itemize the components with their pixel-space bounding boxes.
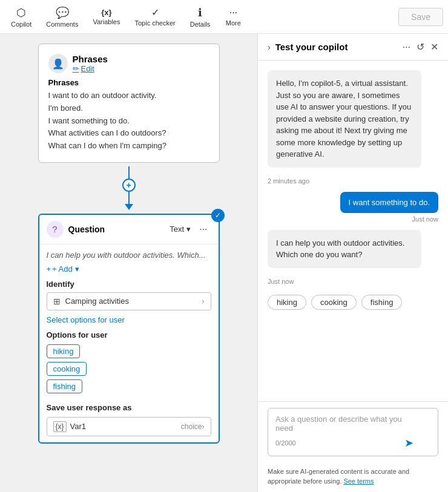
comments-icon: 💬 bbox=[56, 6, 69, 19]
phrases-icon: 👤 bbox=[48, 54, 68, 73]
phrase-line-3: I want something to do. bbox=[48, 115, 209, 128]
save-row-chevron-icon: › bbox=[202, 422, 205, 431]
options-tags: hiking cooking fishing bbox=[47, 344, 211, 397]
chat-input-footer: 0/2000 ➤ bbox=[275, 436, 413, 450]
toolbar-comments-label: Comments bbox=[46, 21, 78, 28]
phrases-edit-link[interactable]: ✏ Edit bbox=[73, 64, 108, 73]
char-count: 0/2000 bbox=[275, 439, 296, 447]
phrases-list: I want to do an outdoor activity. I'm bo… bbox=[48, 90, 209, 153]
topic-checker-icon: ✓ bbox=[151, 7, 159, 18]
chat-input-area: Ask a question or describe what you need… bbox=[258, 401, 448, 462]
phrases-card-title: Phrases bbox=[73, 54, 108, 64]
save-button[interactable]: Save bbox=[398, 8, 443, 26]
back-arrow-icon[interactable]: › bbox=[268, 42, 271, 52]
type-label: Text bbox=[170, 225, 184, 234]
bot-reply-message: I can help you with outdoor activities. … bbox=[268, 230, 421, 268]
bot-reply-time: Just now bbox=[268, 278, 438, 285]
toolbar-more[interactable]: ··· More bbox=[219, 4, 248, 30]
add-node-button[interactable]: + bbox=[122, 179, 136, 192]
right-panel-header: › Test your copilot ··· ↺ ✕ bbox=[258, 34, 448, 61]
option-hiking[interactable]: hiking bbox=[47, 344, 81, 358]
option-btn-cooking[interactable]: cooking bbox=[311, 295, 357, 310]
var-type: choice bbox=[181, 422, 202, 431]
option-cooking[interactable]: cooking bbox=[47, 362, 87, 376]
option-btn-fishing[interactable]: fishing bbox=[361, 295, 403, 310]
chat-area: Hello, I'm copilot-5, a virtual assistan… bbox=[258, 61, 448, 401]
phrase-line-1: I want to do an outdoor activity. bbox=[48, 90, 209, 102]
left-panel: 👤 Phrases ✏ Edit Phrases I want to do an… bbox=[0, 34, 257, 492]
more-options-button[interactable]: ··· bbox=[403, 41, 410, 53]
identify-row[interactable]: ⊞ Camping activities › bbox=[47, 292, 211, 310]
option-fishing[interactable]: fishing bbox=[47, 379, 83, 393]
toolbar-comments[interactable]: 💬 Comments bbox=[40, 2, 84, 31]
save-response-row[interactable]: {x} Var1 choice › bbox=[47, 417, 211, 436]
phrases-card: 👤 Phrases ✏ Edit Phrases I want to do an… bbox=[38, 44, 220, 163]
toolbar-details[interactable]: ℹ Details bbox=[184, 2, 217, 31]
table-icon: ⊞ bbox=[53, 297, 61, 306]
toolbar-topic-checker-label: Topic checker bbox=[134, 19, 175, 27]
check-icon: ✓ bbox=[215, 211, 221, 220]
connector-line-bottom bbox=[128, 192, 130, 204]
option-buttons: hiking cooking fishing bbox=[268, 295, 438, 310]
question-body: I can help you with outdoor activities. … bbox=[39, 244, 219, 442]
chevron-down-icon: ▾ bbox=[186, 225, 191, 234]
right-header-actions: ··· ↺ ✕ bbox=[403, 41, 438, 53]
question-icon: ? bbox=[47, 221, 64, 238]
question-more-button[interactable]: ··· bbox=[196, 223, 211, 236]
toolbar-copilot-label: Copilot bbox=[11, 21, 31, 28]
details-icon: ℹ bbox=[198, 6, 202, 19]
question-preview: I can help you with outdoor activities. … bbox=[47, 251, 211, 260]
disclaimer-text: Make sure AI-generated content is accura… bbox=[268, 468, 409, 484]
identify-chevron-icon: › bbox=[202, 297, 205, 306]
send-button[interactable]: ➤ bbox=[404, 436, 413, 450]
toolbar-more-label: More bbox=[226, 19, 241, 27]
user-message-wrap: I want something to do. Just now bbox=[268, 192, 438, 223]
add-chevron-icon: ▾ bbox=[75, 264, 79, 274]
more-icon: ··· bbox=[229, 7, 237, 18]
identify-label: Identify bbox=[47, 280, 211, 289]
select-options-link[interactable]: Select options for user bbox=[47, 315, 211, 324]
phrases-body-title: Phrases bbox=[48, 78, 209, 87]
close-button[interactable]: ✕ bbox=[430, 41, 438, 53]
toolbar-variables[interactable]: {x} Variables bbox=[87, 4, 126, 29]
user-message-time: Just now bbox=[412, 215, 438, 223]
phrases-card-header: 👤 Phrases ✏ Edit bbox=[48, 54, 209, 73]
toolbar-variables-label: Variables bbox=[93, 18, 120, 25]
refresh-button[interactable]: ↺ bbox=[417, 41, 424, 53]
phrase-line-4: What activities can I do outdoors? bbox=[48, 127, 209, 140]
disclaimer-link[interactable]: See terms bbox=[343, 477, 374, 485]
save-response-label: Save user response as bbox=[47, 403, 211, 412]
toolbar-copilot[interactable]: ⬡ Copilot bbox=[5, 2, 38, 31]
question-badge: ✓ bbox=[211, 209, 225, 222]
toolbar-topic-checker[interactable]: ✓ Topic checker bbox=[128, 3, 181, 30]
variables-icon: {x} bbox=[101, 8, 111, 17]
copilot-icon: ⬡ bbox=[16, 6, 26, 19]
phrase-line-5: What can I do when I'm camping? bbox=[48, 140, 209, 153]
plus-icon: + bbox=[47, 264, 51, 274]
options-label: Options for user bbox=[47, 330, 211, 339]
question-card: ? Question Text ▾ ··· ✓ I can help you w… bbox=[38, 214, 220, 444]
question-card-header: ? Question Text ▾ ··· bbox=[39, 215, 219, 244]
phrase-line-2: I'm bored. bbox=[48, 102, 209, 115]
add-button[interactable]: + + Add ▾ bbox=[47, 264, 211, 274]
edit-pencil-icon: ✏ bbox=[73, 64, 79, 73]
connector-arrow bbox=[125, 204, 133, 210]
identify-text: Camping activities bbox=[65, 297, 202, 306]
toolbar: ⬡ Copilot 💬 Comments {x} Variables ✓ Top… bbox=[0, 0, 448, 34]
right-panel: › Test your copilot ··· ↺ ✕ Hello, I'm c… bbox=[257, 34, 448, 492]
main-area: 👤 Phrases ✏ Edit Phrases I want to do an… bbox=[0, 34, 448, 492]
bot-intro-message: Hello, I'm copilot-5, a virtual assistan… bbox=[268, 70, 421, 168]
chat-input-box: Ask a question or describe what you need… bbox=[268, 408, 438, 456]
user-message: I want something to do. bbox=[340, 192, 438, 213]
question-title: Question bbox=[68, 225, 165, 234]
disclaimer: Make sure AI-generated content is accura… bbox=[258, 462, 448, 492]
type-selector[interactable]: Text ▾ bbox=[170, 225, 191, 234]
right-panel-title: Test your copilot bbox=[275, 42, 398, 52]
bot-intro-time: 2 minutes ago bbox=[268, 177, 438, 185]
option-btn-hiking[interactable]: hiking bbox=[268, 295, 306, 310]
var-icon: {x} bbox=[53, 421, 67, 432]
chat-input-placeholder[interactable]: Ask a question or describe what you need bbox=[275, 415, 413, 433]
toolbar-details-label: Details bbox=[190, 21, 211, 28]
connector-line-top bbox=[128, 166, 130, 179]
var-name: Var1 bbox=[70, 422, 179, 431]
